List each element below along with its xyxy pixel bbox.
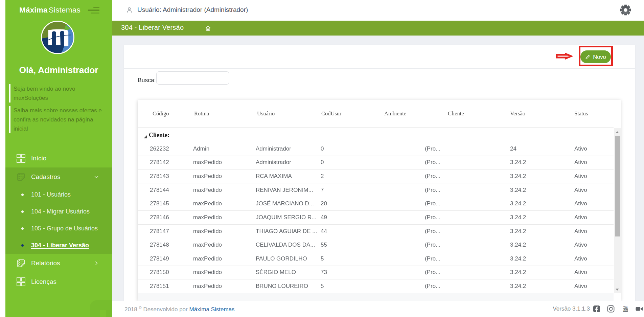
cell-status: Ativo xyxy=(564,200,614,207)
footer-copyright: 2018 © Desenvolvido por Máxima Sistemas xyxy=(124,305,235,313)
sidebar-item-inicio[interactable]: Início xyxy=(5,149,112,167)
hamburger-menu-icon[interactable] xyxy=(87,6,99,14)
cell-usuário: CELIVALDA DOS DA... xyxy=(246,242,317,248)
cell-status: Ativo xyxy=(564,159,614,166)
cell-status: Ativo xyxy=(564,228,614,235)
cell-rotina: maxPedido xyxy=(180,214,246,221)
table-row[interactable]: 278146maxPedidoJOAQUIM SERGIO R...49(Pro… xyxy=(138,211,614,225)
cell-código: 278148 xyxy=(138,242,180,248)
brand-logo-text: MáximaSistemas xyxy=(19,6,80,15)
instagram-icon[interactable] xyxy=(607,305,615,313)
scrollbar-thumb[interactable] xyxy=(615,136,620,236)
bullet-icon xyxy=(21,194,24,196)
youtube-icon[interactable]: YouTube xyxy=(622,305,629,313)
sidebar-watermark xyxy=(85,287,112,317)
sidebar-menu: Início Cadastros 101 - Usuá xyxy=(5,149,112,291)
search-row: Busca: xyxy=(124,69,635,94)
cell-codusur: 20 xyxy=(317,200,374,207)
column-header-status[interactable]: Status xyxy=(564,110,614,117)
cell-código: 278143 xyxy=(138,173,180,180)
bullet-icon xyxy=(21,244,24,247)
cell-versão: 3.24.2 xyxy=(500,242,564,248)
sidebar-item-label: Início xyxy=(31,155,46,162)
sidebar-subitem-label: 104 - Migrar Usuários xyxy=(31,208,90,215)
sidebar-subitem-101[interactable]: 101 - Usuários xyxy=(5,186,112,203)
gear-icon[interactable] xyxy=(620,4,631,16)
grid-icon xyxy=(16,277,26,287)
user-icon xyxy=(126,6,133,14)
maxima-sistemas-link[interactable]: Máxima Sistemas xyxy=(189,306,234,313)
column-header-ambiente[interactable]: Ambiente xyxy=(374,110,415,117)
home-icon[interactable] xyxy=(205,25,211,31)
sidebar: MáximaSistemas Olá, Administrador xyxy=(5,0,112,317)
cell-cliente: (Pro... xyxy=(415,173,500,180)
cell-usuário: JOAQUIM SERGIO R... xyxy=(246,214,317,221)
cell-código: 278151 xyxy=(138,283,180,290)
novo-button[interactable]: Novo xyxy=(580,50,611,63)
checklist-pencil-icon xyxy=(16,258,26,268)
pencil-icon xyxy=(585,54,591,60)
table-row[interactable]: 278150maxPedidoSÉRGIO MELO73(Pro...3.24.… xyxy=(138,266,614,280)
cell-codusur: 5 xyxy=(317,255,374,262)
group-label: Cliente: xyxy=(149,132,169,139)
sidebar-subitem-304[interactable]: 304 - Liberar Versão xyxy=(5,237,112,254)
table-row[interactable]: 278149maxPedidoPAULO GORDILHO5(Pro...3.2… xyxy=(138,252,614,266)
table-row[interactable]: 262232AdminAdministrador0(Pro...24Ativo xyxy=(138,142,614,156)
table-row[interactable]: 278151maxPedidoBRUNO LOUREIRO5(Pro...3.2… xyxy=(138,279,614,293)
group-row[interactable]: Cliente: xyxy=(138,128,614,142)
checklist-pencil-icon xyxy=(16,172,26,182)
cell-cliente: (Pro... xyxy=(415,228,500,235)
grid-pager: Exibindo itens 1 - 15 de 15 (Pa... xyxy=(138,293,614,301)
column-header-cliente[interactable]: Cliente xyxy=(415,110,500,117)
sidebar-subitem-104[interactable]: 104 - Migrar Usuários xyxy=(5,203,112,220)
sidebar-item-cadastros[interactable]: Cadastros xyxy=(5,167,112,186)
sidebar-subitem-105[interactable]: 105 - Grupo de Usuários xyxy=(5,220,112,237)
grid-scrollbar[interactable] xyxy=(614,128,621,293)
table-row[interactable]: 278147maxPedidoTHIAGO AGUIAR DE ...44(Pr… xyxy=(138,225,614,239)
cell-codusur: 7 xyxy=(317,187,374,194)
cell-versão: 24 xyxy=(500,145,564,152)
data-grid: CódigoRotinaUsuárioCodUsurAmbienteClient… xyxy=(138,100,621,301)
topbar-user-label: Usuário: Administrador (Administrador) xyxy=(137,6,248,14)
footer-version: Versão 3.1.1.3 xyxy=(553,305,590,312)
search-input[interactable] xyxy=(156,71,229,85)
bullet-icon xyxy=(21,227,24,230)
scroll-up-icon[interactable] xyxy=(614,129,621,135)
footer: 2018 © Desenvolvido por Máxima Sistemas … xyxy=(112,301,644,317)
cell-codusur: 55 xyxy=(317,242,374,248)
video-camera-icon[interactable] xyxy=(635,305,643,313)
table-row[interactable]: 278142maxPedidoAdministrador0(Pro...3.24… xyxy=(138,156,614,170)
sidebar-item-relatorios[interactable]: Relatórios xyxy=(5,254,112,272)
breadcrumb-bar: 304 - Liberar Versão xyxy=(112,21,644,36)
table-row[interactable]: 278148maxPedidoCELIVALDA DOS DA...55(Pro… xyxy=(138,238,614,252)
facebook-icon[interactable] xyxy=(593,305,600,313)
column-header-usuário[interactable]: Usuário xyxy=(246,110,317,117)
column-header-codusur[interactable]: CodUsur xyxy=(317,110,374,117)
column-header-versão[interactable]: Versão xyxy=(500,110,564,117)
svg-text:You: You xyxy=(623,306,628,308)
table-row[interactable]: 278143maxPedidoRCA MAXIMA2(Pro...3.24.2A… xyxy=(138,169,614,183)
grid-header: CódigoRotinaUsuárioCodUsurAmbienteClient… xyxy=(138,100,614,128)
breadcrumb-title: 304 - Liberar Versão xyxy=(121,24,184,31)
svg-text:Tube: Tube xyxy=(623,309,628,311)
cell-codusur: 73 xyxy=(317,269,374,276)
cell-cliente: (Pro... xyxy=(415,187,500,194)
scroll-down-icon[interactable] xyxy=(614,287,621,292)
cell-codusur: 0 xyxy=(317,145,374,152)
cell-usuário: RCA MAXIMA xyxy=(246,173,317,180)
column-header-rotina[interactable]: Rotina xyxy=(180,110,246,117)
table-row[interactable]: 278144maxPedidoRENIVAN JERONIM...7(Pro..… xyxy=(138,183,614,197)
grid-icon xyxy=(16,153,26,163)
cell-rotina: maxPedido xyxy=(180,255,246,262)
cell-rotina: maxPedido xyxy=(180,200,246,207)
sidebar-item-label: Relatórios xyxy=(31,259,60,267)
cell-usuário: RENIVAN JERONIM... xyxy=(246,187,317,194)
table-row[interactable]: 278145maxPedidoJOSÉ MARCIANO D...20(Pro.… xyxy=(138,197,614,211)
toolbar-row: Novo xyxy=(124,45,635,69)
cell-usuário: PAULO GORDILHO xyxy=(246,255,317,262)
cell-cliente: (Pro... xyxy=(415,269,500,276)
grid-body: Cliente: 262232AdminAdministrador0(Pro..… xyxy=(138,128,614,293)
cell-cliente: (Pro... xyxy=(415,214,500,221)
cell-versão: 3.24.2 xyxy=(500,187,564,194)
column-header-código[interactable]: Código xyxy=(138,110,180,117)
